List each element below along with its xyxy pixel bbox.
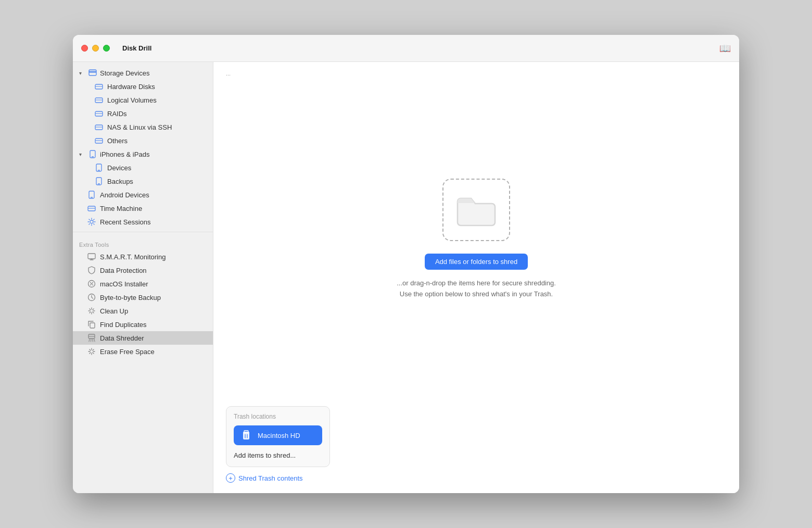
sidebar-item-backups[interactable]: Backups — [73, 174, 213, 188]
sidebar-logical-volumes-label: Logical Volumes — [107, 96, 157, 104]
sidebar-time-machine-label: Time Machine — [100, 205, 142, 212]
sidebar-item-time-machine[interactable]: Time Machine — [73, 202, 213, 215]
drive-icon — [95, 109, 103, 118]
app-window: Disk Drill 📖 ▾ Storage Devices — [73, 35, 739, 493]
app-title: Disk Drill — [118, 44, 719, 52]
drag-hint-text: ...or drag-n-drop the items here for sec… — [393, 278, 560, 300]
sidebar-smart-label: S.M.A.R.T. Monitoring — [100, 253, 166, 261]
sidebar-item-nas[interactable]: NAS & Linux via SSH — [73, 120, 213, 134]
sidebar-section-iphones[interactable]: ▾ iPhones & iPads — [73, 147, 213, 161]
sidebar-storage-devices-label: Storage Devices — [100, 69, 149, 77]
x-circle-icon — [87, 280, 96, 288]
sidebar-item-devices[interactable]: Devices — [73, 161, 213, 174]
shred-trash-link[interactable]: + Shred Trash contents — [226, 473, 727, 483]
clock-icon — [87, 293, 96, 301]
minimize-button[interactable] — [92, 45, 99, 52]
drive-icon — [95, 123, 103, 131]
svg-rect-23 — [88, 254, 95, 259]
svg-point-22 — [90, 220, 93, 223]
copy-icon — [87, 320, 96, 329]
sidebar-hardware-disks-label: Hardware Disks — [107, 83, 155, 91]
sidebar-others-label: Others — [107, 137, 128, 145]
content-area: ▾ Storage Devices Hardware Disks — [73, 62, 739, 493]
drive-icon — [88, 69, 97, 77]
help-icon[interactable]: 📖 — [719, 43, 731, 54]
sidebar-item-logical-volumes[interactable]: Logical Volumes — [73, 93, 213, 107]
drive-icon — [87, 204, 96, 212]
sidebar-item-android[interactable]: Android Devices — [73, 188, 213, 202]
sidebar-item-byte-backup[interactable]: Byte-to-byte Backup — [73, 291, 213, 304]
shred-trash-link-text: Shred Trash contents — [238, 474, 303, 482]
extra-tools-label: Extra Tools — [73, 235, 213, 250]
phone-icon — [95, 177, 103, 185]
sidebar-item-recent-sessions[interactable]: Recent Sessions — [73, 215, 213, 229]
sidebar-item-find-duplicates[interactable]: Find Duplicates — [73, 318, 213, 331]
sidebar-backups-label: Backups — [107, 178, 133, 185]
shred-area: Add files or folders to shred ...or drag… — [213, 81, 739, 398]
sidebar-item-smart[interactable]: S.M.A.R.T. Monitoring — [73, 250, 213, 263]
sidebar-data-shredder-label: Data Shredder — [100, 334, 144, 342]
add-files-button[interactable]: Add files or folders to shred — [425, 254, 528, 270]
drive-icon — [95, 136, 103, 145]
sidebar-iphones-label: iPhones & iPads — [100, 150, 149, 158]
trash-locations-label: Trash locations — [234, 413, 322, 420]
sidebar-raids-label: RAIDs — [107, 110, 127, 118]
sidebar-nas-label: NAS & Linux via SSH — [107, 123, 172, 131]
sidebar-devices-label: Devices — [107, 164, 131, 172]
drive-icon — [95, 82, 103, 91]
sidebar-find-duplicates-label: Find Duplicates — [100, 321, 147, 329]
plus-circle-icon: + — [226, 473, 235, 483]
sidebar-section-storage-devices[interactable]: ▾ Storage Devices — [73, 66, 213, 80]
main-header: ... — [213, 62, 739, 81]
svg-rect-26 — [90, 323, 95, 328]
titlebar: Disk Drill 📖 — [73, 35, 739, 62]
sidebar-macos-installer-label: macOS Installer — [100, 280, 148, 288]
maximize-button[interactable] — [103, 45, 110, 52]
svg-rect-0 — [89, 71, 96, 76]
sidebar-item-hardware-disks[interactable]: Hardware Disks — [73, 80, 213, 93]
drop-zone[interactable] — [442, 179, 510, 241]
titlebar-actions: 📖 — [719, 43, 731, 54]
sidebar-item-others[interactable]: Others — [73, 134, 213, 147]
sparkle-icon — [87, 347, 96, 356]
sidebar-byte-backup-label: Byte-to-byte Backup — [100, 294, 161, 301]
sidebar-item-clean-up[interactable]: Clean Up — [73, 304, 213, 318]
sidebar-item-erase-free-space[interactable]: Erase Free Space — [73, 345, 213, 358]
sparkle-icon — [87, 307, 96, 315]
sidebar-erase-free-space-label: Erase Free Space — [100, 348, 155, 356]
chevron-down-icon: ▾ — [79, 70, 85, 76]
shield-icon — [87, 266, 96, 274]
phone-icon — [87, 191, 96, 199]
shredder-icon — [87, 334, 96, 342]
close-button[interactable] — [81, 45, 88, 52]
phone-icon — [88, 150, 97, 158]
gear-icon — [87, 218, 96, 226]
sidebar-clean-up-label: Clean Up — [100, 307, 128, 315]
sidebar-android-label: Android Devices — [100, 191, 149, 199]
sidebar-item-data-shredder[interactable]: Data Shredder — [73, 331, 213, 345]
sidebar-item-raids[interactable]: RAIDs — [73, 107, 213, 120]
monitor-icon — [87, 253, 96, 261]
traffic-lights — [81, 45, 110, 52]
add-items-button[interactable]: Add items to shred... — [234, 450, 322, 460]
sidebar-divider — [73, 232, 213, 232]
trash-icon — [240, 429, 252, 442]
phone-icon — [95, 164, 103, 172]
sidebar: ▾ Storage Devices Hardware Disks — [73, 62, 213, 493]
sidebar-item-data-protection[interactable]: Data Protection — [73, 263, 213, 277]
bottom-section: Trash locations Macintosh HD A — [213, 398, 739, 493]
trash-locations-card: Trash locations Macintosh HD A — [226, 406, 330, 467]
sidebar-item-macos-installer[interactable]: macOS Installer — [73, 277, 213, 291]
main-content: ... Add files or folders to shred ...or … — [213, 62, 739, 493]
chevron-down-icon: ▾ — [79, 152, 85, 157]
trash-location-name: Macintosh HD — [258, 432, 300, 439]
sidebar-data-protection-label: Data Protection — [100, 267, 147, 274]
sidebar-recent-sessions-label: Recent Sessions — [100, 218, 151, 226]
trash-location-macintosh-hd[interactable]: Macintosh HD — [234, 425, 322, 445]
drive-icon — [95, 96, 103, 104]
